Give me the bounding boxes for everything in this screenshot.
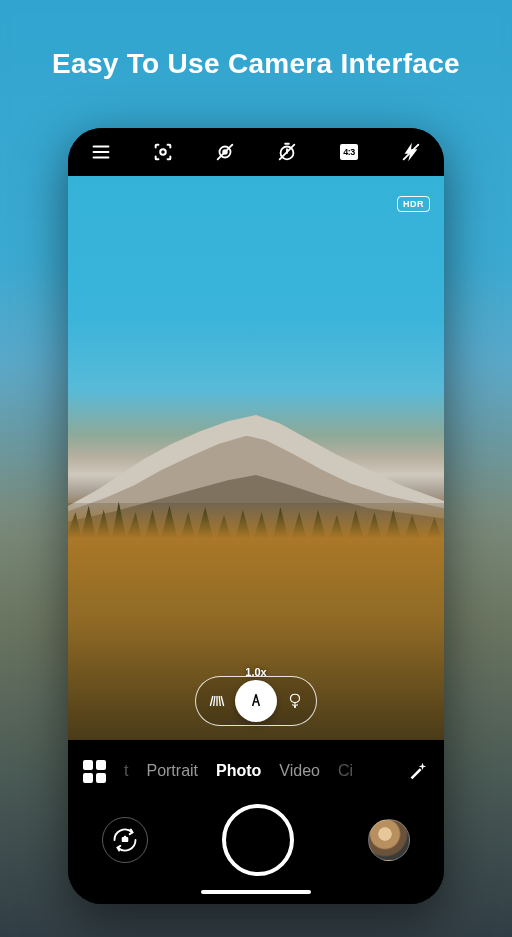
filter-off-icon[interactable]	[206, 133, 244, 171]
aspect-ratio-button[interactable]: 4:3	[330, 133, 368, 171]
controls-row	[68, 798, 444, 884]
gallery-thumbnail[interactable]	[368, 819, 410, 861]
lens-wide-button[interactable]	[235, 680, 277, 722]
lens-picker	[195, 676, 317, 726]
mode-grid-button[interactable]	[80, 757, 108, 785]
phone-frame: 4:3 HDR 1.0x	[68, 128, 444, 904]
camera-viewfinder[interactable]: HDR 1.0x	[68, 176, 444, 740]
flash-off-icon[interactable]	[392, 133, 430, 171]
lens-macro-button[interactable]	[277, 683, 313, 719]
switch-camera-button[interactable]	[102, 817, 148, 863]
mode-partial-left[interactable]: t	[124, 762, 128, 780]
lens-scan-icon[interactable]	[144, 133, 182, 171]
svg-point-3	[160, 149, 166, 155]
mode-row: t Portrait Photo Video Ci	[68, 750, 444, 798]
svg-rect-12	[122, 837, 129, 842]
mode-video[interactable]: Video	[279, 762, 320, 780]
timer-off-icon[interactable]	[268, 133, 306, 171]
magic-wand-button[interactable]	[402, 756, 432, 786]
menu-icon[interactable]	[82, 133, 120, 171]
mode-partial-right[interactable]: Ci	[338, 762, 353, 780]
mode-scroller[interactable]: t Portrait Photo Video Ci	[120, 762, 394, 780]
mode-portrait[interactable]: Portrait	[146, 762, 198, 780]
aspect-ratio-label: 4:3	[340, 144, 358, 160]
hero-title: Easy To Use Camera Interface	[0, 48, 512, 80]
lens-ultrawide-button[interactable]	[199, 683, 235, 719]
hdr-badge[interactable]: HDR	[397, 196, 430, 212]
camera-top-toolbar: 4:3	[68, 128, 444, 176]
home-indicator	[201, 890, 311, 894]
shutter-button[interactable]	[222, 804, 294, 876]
mode-photo[interactable]: Photo	[216, 762, 261, 780]
camera-bottom-panel: t Portrait Photo Video Ci	[68, 740, 444, 904]
svg-line-11	[404, 145, 419, 160]
svg-rect-13	[124, 836, 126, 838]
